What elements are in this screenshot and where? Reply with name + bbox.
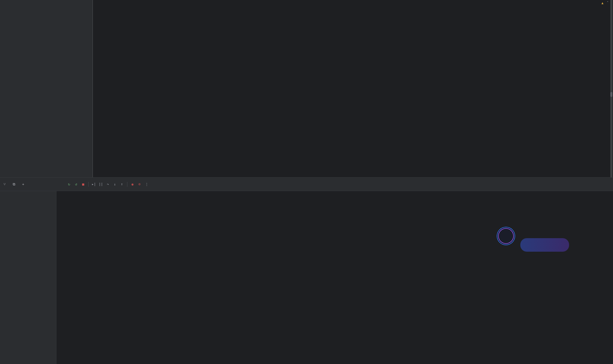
warning-icon: ▲: [602, 1, 604, 5]
ime-widget[interactable]: [520, 238, 569, 252]
view-breakpoints-icon[interactable]: ◉: [130, 181, 135, 187]
line-numbers: [117, 0, 129, 177]
rerun-icon[interactable]: ↻: [66, 181, 72, 187]
filter-icon[interactable]: ⑂: [2, 182, 7, 187]
code-editor[interactable]: ▲ ˆ: [92, 0, 613, 177]
tool-header: ⑂ ⧉ ＋ ↻ ↺ ■ ▸| || ↷ ↓ ↑ ◉ ⊘ ⋮: [0, 178, 613, 191]
chevron-up-icon[interactable]: ˆ: [607, 1, 609, 5]
run-tool-window: ⑂ ⧉ ＋ ↻ ↺ ■ ▸| || ↷ ↓ ↑ ◉ ⊘ ⋮: [0, 177, 613, 364]
more-icon[interactable]: ⋮: [144, 181, 150, 187]
tool-actions: ↻ ↺ ■ ▸| || ↷ ↓ ↑ ◉ ⊘ ⋮: [66, 181, 150, 187]
scrollbar-thumb[interactable]: [610, 92, 612, 97]
separator: [88, 182, 89, 187]
project-tree[interactable]: [0, 0, 92, 177]
timer-overlay: [497, 227, 515, 245]
step-out-icon[interactable]: ↑: [119, 181, 125, 187]
gutter-strip: [92, 0, 108, 177]
mute-breakpoints-icon[interactable]: ⊘: [137, 181, 143, 187]
layout-icon[interactable]: ⧉: [11, 182, 16, 187]
stop-icon[interactable]: ■: [80, 181, 86, 187]
step-into-icon[interactable]: ↓: [112, 181, 118, 187]
rerun-failed-icon[interactable]: ↺: [73, 181, 79, 187]
inspection-widget[interactable]: ▲ ˆ: [602, 1, 609, 5]
run-side-panel[interactable]: [0, 191, 57, 364]
gutter-annotations: [108, 0, 117, 177]
pause-icon[interactable]: ||: [98, 181, 104, 187]
console-output[interactable]: [57, 191, 613, 364]
resume-icon[interactable]: ▸|: [91, 181, 97, 187]
scrollbar-track[interactable]: [610, 0, 612, 177]
separator: [127, 182, 127, 187]
add-icon[interactable]: ＋: [21, 182, 25, 187]
code-area[interactable]: [129, 0, 613, 177]
step-over-icon[interactable]: ↷: [105, 181, 111, 187]
